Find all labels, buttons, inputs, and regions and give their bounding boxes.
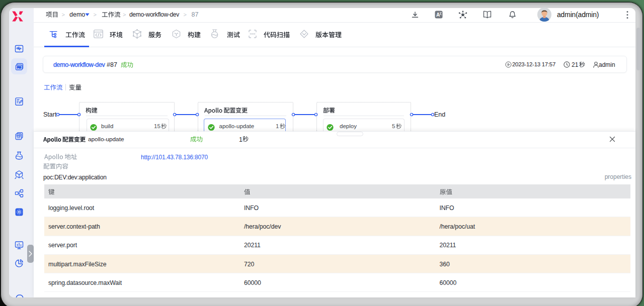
svg-text:A: A (436, 12, 440, 18)
svg-text:PM: PM (17, 66, 22, 69)
